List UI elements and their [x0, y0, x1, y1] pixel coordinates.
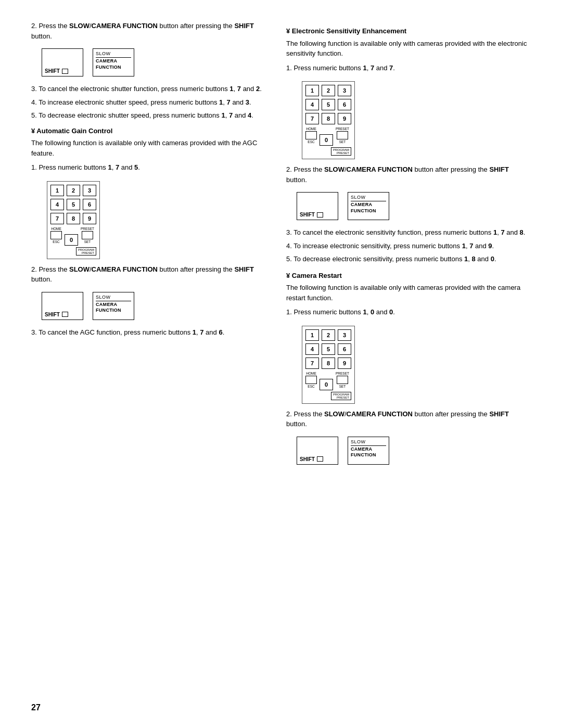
- shift-label: SHIFT: [45, 68, 68, 74]
- keypad-esc-row-2: 4 5 6: [305, 99, 351, 110]
- cr-key-0: 0: [320, 379, 333, 390]
- key-3: 3: [83, 185, 96, 196]
- esc-step1: 1. Press numeric buttons 1, 7 and 7.: [286, 63, 531, 73]
- cr-key-preset: [337, 376, 348, 384]
- esc-step5: 5. To decrease electronic sensitivity, p…: [286, 254, 531, 264]
- slow-label-esc2: SLOW: [351, 195, 386, 201]
- esc-key-0: 0: [320, 134, 333, 146]
- key-1: 1: [50, 185, 64, 196]
- agc-step3: 3. To cancel the AGC function, press num…: [31, 327, 265, 338]
- keypad-esc-row-3: 7 8 9: [305, 113, 351, 124]
- esc-key-home: [305, 131, 317, 139]
- shift-text: SHIFT: [45, 68, 60, 74]
- esc-key-preset: [337, 131, 348, 139]
- keypad-esc: 1 2 3 4 5 6 7 8 9 HOME ESC: [302, 81, 355, 159]
- page-number: 27: [31, 703, 41, 712]
- camera-function-label-esc2: CAMERAFUNCTION: [351, 202, 386, 214]
- keypad-esc-row-1: 1 2 3: [305, 85, 351, 96]
- step5-left: 5. To decrease electronic shutter speed,…: [31, 110, 265, 121]
- shift-square: [62, 69, 68, 74]
- shift-label-cr2: SHIFT: [300, 456, 323, 462]
- right-column: ¥ Electronic Sensitivity Enhancement The…: [281, 21, 531, 707]
- esc-key-4: 4: [305, 99, 319, 110]
- cr-program-preset-label: PROGRAMPRESET: [331, 392, 351, 400]
- shift-text-cr2: SHIFT: [300, 456, 315, 462]
- esc-key-5: 5: [322, 99, 335, 110]
- keypad-row-1: 1 2 3: [50, 185, 96, 196]
- cam-panel-agc2: SLOW CAMERAFUNCTION: [93, 292, 134, 320]
- key-7: 7: [50, 213, 64, 224]
- cr-key-3: 3: [338, 329, 351, 341]
- slow-label-1: SLOW: [96, 51, 131, 58]
- button-diagram-1: SHIFT SLOW CAMERAFUNCTION: [42, 48, 265, 76]
- cam-panel-cr2: SLOW CAMERAFUNCTION: [348, 437, 389, 465]
- esc-key-1: 1: [305, 85, 319, 96]
- esc-step3: 3. To cancel the electronic sensitivity …: [286, 227, 531, 238]
- set-label: SET: [84, 240, 91, 244]
- agc-title: ¥ Automatic Gain Control: [31, 126, 265, 136]
- shift-panel-agc2: SHIFT: [42, 292, 83, 320]
- cr-key-5: 5: [322, 343, 335, 355]
- key-preset: [82, 231, 93, 239]
- camera-restart-title: ¥ Camera Restart: [286, 271, 531, 281]
- esc-label: ESC: [53, 240, 59, 244]
- agc-desc: The following function is available only…: [31, 138, 265, 158]
- shift-label-esc2: SHIFT: [300, 212, 323, 218]
- shift-square-cr2: [317, 456, 323, 462]
- shift-text-esc2: SHIFT: [300, 212, 315, 218]
- camera-function-label-cr2: CAMERAFUNCTION: [351, 446, 386, 458]
- keypad-cr: 1 2 3 4 5 6 7 8 9 HOME ESC: [302, 326, 355, 404]
- button-diagram-esc2: SHIFT SLOW CAMERAFUNCTION: [297, 192, 531, 220]
- cam-panel-esc2: SLOW CAMERAFUNCTION: [348, 192, 389, 220]
- agc-step2: 2. Press the SLOW/CAMERA FUNCTION button…: [31, 264, 265, 285]
- cr-step1: 1. Press numeric buttons 1, 0 and 0.: [286, 307, 531, 317]
- camera-function-label-1: CAMERAFUNCTION: [96, 58, 131, 70]
- cr-home-label: HOME: [306, 372, 316, 375]
- esc-home-label: HOME: [306, 127, 316, 131]
- agc-step1: 1. Press numeric buttons 1, 7 and 5.: [31, 162, 265, 173]
- shift-label-agc2: SHIFT: [45, 312, 68, 317]
- esc-key-8: 8: [322, 113, 335, 124]
- keypad-row-2: 4 5 6: [50, 199, 96, 210]
- esc-desc: The following function is available only…: [286, 39, 531, 59]
- cr-key-2: 2: [322, 329, 335, 341]
- esc-set-label: SET: [339, 140, 346, 144]
- esc-key-2: 2: [322, 85, 335, 96]
- cr-preset-label: PRESET: [336, 372, 349, 375]
- cr-key-7: 7: [305, 357, 319, 369]
- esc-key-7: 7: [305, 113, 319, 124]
- esc-preset-label: PRESET: [336, 127, 349, 131]
- key-0: 0: [65, 234, 78, 246]
- keypad-cr-row-1: 1 2 3: [305, 329, 351, 341]
- button-diagram-cr2: SHIFT SLOW CAMERAFUNCTION: [297, 437, 531, 465]
- esc-key-6: 6: [338, 99, 351, 110]
- cr-set-label: SET: [339, 385, 346, 388]
- esc-key-3: 3: [338, 85, 351, 96]
- shift-panel-esc2: SHIFT: [297, 192, 338, 220]
- key-6: 6: [83, 199, 96, 210]
- step4-left: 4. To increase electronic shutter speed,…: [31, 97, 265, 108]
- slow-label-cr2: SLOW: [351, 439, 386, 446]
- key-4: 4: [50, 199, 64, 210]
- shift-panel: SHIFT: [42, 48, 83, 76]
- cr-key-1: 1: [305, 329, 319, 341]
- keypad-agc: 1 2 3 4 5 6 7 8 9 HOME ESC: [47, 181, 100, 259]
- button-diagram-agc2: SHIFT SLOW CAMERAFUNCTION: [42, 292, 265, 320]
- esc-esc-label: ESC: [308, 140, 314, 144]
- program-preset-label: PROGRAMPRESET: [76, 247, 96, 256]
- keypad-row-3: 7 8 9: [50, 213, 96, 224]
- esc-step2: 2. Press the SLOW/CAMERA FUNCTION button…: [286, 164, 531, 185]
- shift-square-agc2: [62, 312, 68, 317]
- cr-key-8: 8: [322, 357, 335, 369]
- slow-label-agc2: SLOW: [96, 295, 131, 301]
- key-5: 5: [67, 199, 80, 210]
- home-label: HOME: [51, 227, 61, 231]
- key-home: [50, 231, 62, 239]
- preset-label: PRESET: [81, 227, 94, 231]
- camera-restart-desc: The following function is available only…: [286, 283, 531, 303]
- shift-square-esc2: [317, 212, 323, 218]
- esc-program-preset-label: PROGRAMPRESET: [331, 147, 351, 156]
- esc-key-9: 9: [338, 113, 351, 124]
- shift-text-agc2: SHIFT: [45, 312, 60, 317]
- step3-left: 3. To cancel the electronic shutter func…: [31, 84, 265, 94]
